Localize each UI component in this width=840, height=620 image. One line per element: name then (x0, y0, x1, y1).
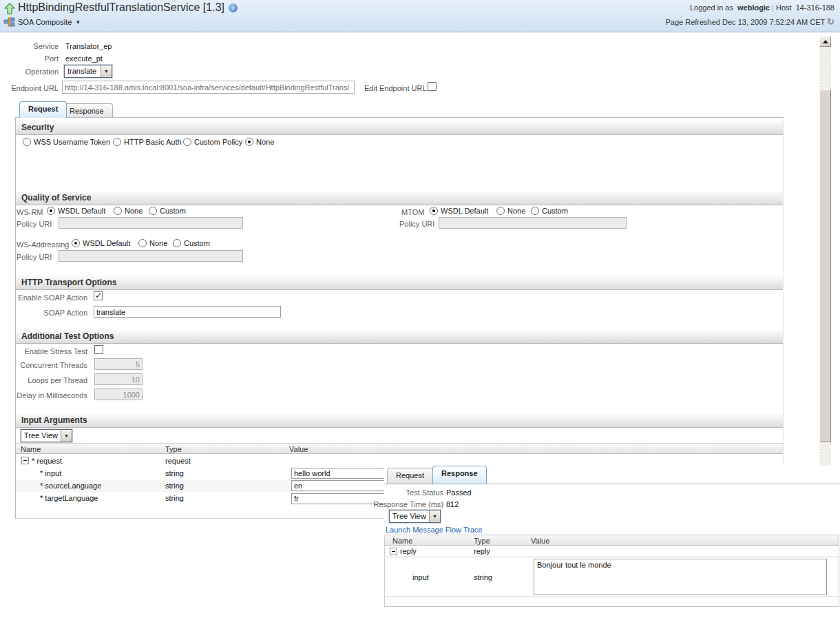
page-header: HttpBindingRestfulTranslationService [1.… (0, 0, 840, 32)
refresh-icon[interactable]: ↻ (827, 17, 834, 27)
endpoint-url-label: Endpoint URL (12, 84, 59, 92)
up-level-icon[interactable] (4, 3, 15, 14)
radio-icon (72, 239, 80, 247)
response-panel-tab-request[interactable]: Request (387, 468, 433, 484)
operation-label: Operation (25, 68, 59, 76)
concurrent-threads-label: Concurrent Threads (20, 361, 87, 369)
response-value-textarea[interactable]: Bonjour tout le monde (534, 559, 827, 595)
vertical-scrollbar[interactable] (819, 36, 831, 466)
response-time-value: 812 (446, 500, 459, 508)
soap-action-input[interactable] (94, 306, 281, 318)
username: weblogic (737, 3, 770, 12)
response-panel: Request Response Test Status Passed Resp… (384, 466, 840, 620)
section-security: Security (16, 121, 783, 135)
mtom-option-none[interactable]: None (496, 207, 525, 215)
launch-message-flow-trace-link[interactable]: Launch Message Flow Trace (386, 526, 483, 534)
radio-icon (173, 239, 181, 247)
tab-divider (15, 117, 784, 118)
ws-addressing-option-custom[interactable]: Custom (173, 239, 210, 247)
soap-action-label: SOAP Action (44, 309, 87, 317)
page-title: HttpBindingRestfulTranslationService [1.… (18, 1, 224, 14)
scroll-up-button[interactable] (819, 36, 831, 47)
chevron-down-icon: ▼ (75, 19, 81, 25)
ws-addressing-option-none[interactable]: None (138, 239, 167, 247)
port-label: Port (45, 54, 59, 63)
enable-soap-action-checkbox[interactable] (94, 291, 103, 300)
page-refreshed: Page Refreshed Dec 13, 2009 7:52:24 AM C… (665, 17, 834, 27)
security-option-custom-policy[interactable]: Custom Policy (183, 138, 242, 146)
collapse-icon[interactable] (390, 548, 397, 555)
security-option-wss-username-token[interactable]: WSS Username Token (23, 138, 110, 146)
ws-addressing-option-wsdl-default[interactable]: WSDL Default (72, 239, 130, 247)
ws-addressing-label: WS-Addressing (17, 240, 69, 249)
delay-milliseconds-label: Delay in Milliseconds (17, 391, 87, 400)
radio-icon (47, 207, 55, 215)
security-option-http-basic-auth[interactable]: HTTP Basic Auth (113, 138, 182, 146)
radio-icon (23, 138, 31, 146)
mtom-option-custom[interactable]: Custom (531, 207, 568, 215)
service-label: Service (33, 42, 59, 50)
dropdown-arrow-icon: ▼ (101, 65, 112, 77)
table-row: input string Bonjour tout le monde (385, 558, 839, 597)
ws-rm-option-wsdl-default[interactable]: WSDL Default (47, 207, 105, 215)
enable-stress-test-checkbox[interactable] (94, 345, 103, 354)
delay-milliseconds-input[interactable] (94, 389, 143, 400)
login-info: Logged in as weblogic|Host 14-316-188 (690, 3, 834, 12)
radio-icon (183, 138, 191, 146)
edit-endpoint-label: Edit Endpoint URL (364, 84, 427, 92)
security-option-none[interactable]: None (245, 138, 274, 146)
response-tab-divider (384, 484, 840, 484)
ws-rm-option-none[interactable]: None (114, 207, 143, 215)
radio-icon (138, 239, 147, 247)
tab-request[interactable]: Request (19, 101, 67, 118)
radio-icon (245, 138, 253, 146)
table-row: reply reply (385, 546, 839, 557)
loops-per-thread-label: Loops per Thread (28, 376, 87, 384)
dropdown-arrow-icon: ▼ (429, 510, 440, 522)
info-icon[interactable]: i (229, 3, 238, 12)
response-table: Name Type Value reply reply input string… (384, 535, 839, 607)
collapse-icon[interactable] (21, 457, 29, 464)
ws-rm-policy-uri-input[interactable] (59, 217, 243, 229)
mtom-policy-uri-label: Policy URI (399, 220, 434, 228)
host-name: 14-316-188 (796, 3, 834, 12)
loops-per-thread-input[interactable] (94, 373, 143, 385)
ws-addressing-policy-uri-label: Policy URI (17, 253, 52, 261)
ws-rm-policy-uri-label: Policy URI (17, 220, 52, 228)
radio-icon (496, 207, 505, 215)
mtom-policy-uri-input[interactable] (439, 217, 627, 229)
service-value: Translator_ep (65, 42, 112, 50)
operation-select[interactable]: translate ▼ (64, 65, 112, 78)
response-view-mode-select[interactable]: Tree View ▼ (389, 510, 441, 523)
input-view-mode-select[interactable]: Tree View ▼ (21, 429, 72, 442)
enable-soap-action-label: Enable SOAP Action (18, 293, 87, 302)
radio-icon (430, 207, 438, 215)
section-input-arguments: Input Arguments (16, 413, 783, 428)
tab-response[interactable]: Response (61, 103, 113, 118)
endpoint-url-input[interactable] (62, 81, 355, 94)
response-panel-tab-response[interactable]: Response (432, 466, 487, 484)
mtom-label: MTOM (401, 208, 424, 216)
test-status-label: Test Status (406, 488, 443, 497)
radio-icon (531, 207, 539, 215)
response-time-label: Response Time (ms) (374, 500, 443, 508)
test-web-service-page: HttpBindingRestfulTranslationService [1.… (0, 0, 840, 620)
test-status-value: Passed (446, 488, 472, 497)
radio-icon (149, 207, 157, 215)
scroll-up-icon (823, 40, 828, 43)
soa-composite-menu[interactable]: SOA Composite ▼ (18, 18, 81, 26)
response-table-header: Name Type Value (385, 535, 839, 546)
enable-stress-test-label: Enable Stress Test (24, 347, 87, 355)
ws-addressing-policy-uri-input[interactable] (59, 250, 243, 262)
mtom-option-wsdl-default[interactable]: WSDL Default (430, 207, 488, 215)
radio-icon (114, 207, 122, 215)
scrollbar-thumb[interactable] (819, 90, 831, 442)
ws-rm-option-custom[interactable]: Custom (149, 207, 186, 215)
section-qos: Quality of Service (16, 191, 783, 205)
section-http-transport: HTTP Transport Options (16, 276, 783, 290)
dropdown-arrow-icon: ▼ (61, 430, 72, 442)
port-value: execute_pt (65, 54, 103, 63)
ws-rm-label: WS-RM (17, 208, 43, 216)
concurrent-threads-input[interactable] (94, 358, 143, 370)
edit-endpoint-checkbox[interactable] (428, 82, 437, 91)
